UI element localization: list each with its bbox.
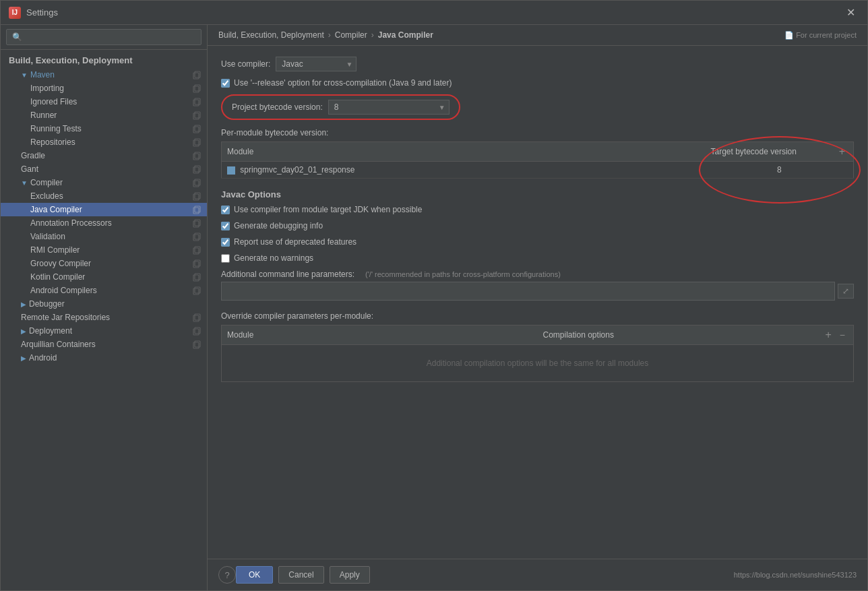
svg-rect-20	[193, 208, 199, 214]
right-panel: Build, Execution, Deployment › Compiler …	[208, 25, 867, 590]
module-table-container: Module Target bytecode version +	[221, 142, 854, 179]
copy-icon	[192, 84, 202, 93]
sidebar-item-excludes[interactable]: Excludes	[1, 189, 207, 203]
remove-override-button[interactable]: −	[837, 329, 848, 341]
svg-rect-11	[195, 139, 200, 145]
target-version-cell: 8	[706, 162, 854, 179]
javac-option-checkbox-4[interactable]	[221, 254, 230, 263]
sidebar-item-label: Validation	[30, 232, 192, 241]
command-line-input[interactable]	[221, 282, 835, 301]
target-col-header: Target bytecode version +	[706, 142, 854, 162]
javac-option-row-4: Generate no warnings	[221, 253, 854, 263]
release-option-checkbox[interactable]	[221, 79, 230, 88]
sidebar-item-remote-jar[interactable]: Remote Jar Repositories	[1, 311, 207, 324]
sidebar-item-debugger[interactable]: ▶ Debugger	[1, 297, 207, 311]
add-override-button[interactable]: +	[822, 329, 834, 341]
sidebar-item-kotlin-compiler[interactable]: Kotlin Compiler	[1, 270, 207, 284]
breadcrumb-part1: Build, Execution, Deployment	[218, 30, 324, 40]
ok-button[interactable]: OK	[236, 566, 273, 584]
sidebar-item-android-compilers[interactable]: Android Compilers	[1, 284, 207, 297]
svg-rect-29	[195, 260, 200, 266]
sidebar-item-java-compiler[interactable]: Java Compiler	[1, 203, 207, 216]
additional-cmd-hint: ('/' recommended in paths for cross-plat…	[365, 270, 561, 278]
sidebar-item-compiler[interactable]: ▼ Compiler	[1, 176, 207, 189]
override-empty-row: Additional compilation options will be t…	[222, 345, 854, 382]
javac-option-checkbox-2[interactable]	[221, 222, 230, 230]
svg-rect-22	[193, 221, 199, 227]
svg-rect-19	[195, 193, 200, 199]
module-table: Module Target bytecode version +	[221, 142, 854, 179]
sidebar-item-arquillian[interactable]: Arquillian Containers	[1, 338, 207, 351]
sidebar-item-ignored-files[interactable]: Ignored Files	[1, 95, 207, 108]
override-table: Module Compilation options + −	[221, 325, 854, 382]
sidebar-item-label: Importing	[30, 84, 192, 93]
svg-rect-39	[195, 341, 200, 347]
svg-rect-2	[193, 86, 199, 92]
sidebar-item-runner[interactable]: Runner	[1, 108, 207, 122]
expand-button[interactable]: ⤢	[838, 284, 854, 299]
svg-rect-13	[195, 152, 200, 158]
sidebar-item-repositories[interactable]: Repositories	[1, 135, 207, 149]
sidebar-item-validation[interactable]: Validation	[1, 230, 207, 243]
override-empty-text: Additional compilation options will be t…	[222, 345, 854, 382]
apply-button[interactable]: Apply	[330, 566, 370, 584]
compiler-dropdown-wrap: Javac Eclipse Ajc Jikes ▼	[276, 57, 356, 71]
sidebar-item-importing[interactable]: Importing	[1, 82, 207, 95]
cancel-button[interactable]: Cancel	[278, 566, 323, 584]
svg-rect-10	[193, 140, 199, 146]
add-module-button[interactable]: +	[836, 146, 848, 158]
copy-icon	[192, 340, 202, 349]
copy-icon	[192, 232, 202, 241]
svg-rect-14	[193, 167, 199, 173]
sidebar-item-gant[interactable]: Gant	[1, 162, 207, 176]
sidebar-item-label: Java Compiler	[30, 205, 192, 214]
copy-icon	[192, 272, 202, 282]
help-button[interactable]: ?	[218, 566, 236, 584]
sidebar-item-label: RMI Compiler	[30, 245, 192, 255]
expand-arrow-compiler: ▼	[21, 179, 28, 187]
per-module-label: Per-module bytecode version:	[221, 128, 854, 137]
svg-rect-0	[193, 73, 199, 79]
sidebar-item-annotation-processors[interactable]: Annotation Processors	[1, 216, 207, 230]
bytecode-select[interactable]: 8 11 17	[328, 100, 450, 115]
svg-rect-5	[195, 98, 200, 104]
sidebar-item-running-tests[interactable]: Running Tests	[1, 122, 207, 135]
action-buttons: OK Cancel Apply	[236, 566, 370, 584]
sidebar-item-groovy-compiler[interactable]: Groovy Compiler	[1, 257, 207, 270]
sidebar-item-rmi-compiler[interactable]: RMI Compiler	[1, 243, 207, 257]
expand-arrow-debugger: ▶	[21, 301, 26, 308]
sidebar-item-label: Excludes	[30, 191, 192, 201]
settings-dialog: IJ Settings ✕ Build, Execution, Deployme…	[0, 0, 868, 591]
sidebar-item-maven[interactable]: ▼ Maven	[1, 68, 207, 82]
module-name-cell: springmvc_day02_01_response	[222, 162, 706, 179]
copy-icon	[192, 137, 202, 147]
sidebar-item-label: Remote Jar Repositories	[21, 313, 192, 322]
svg-rect-1	[195, 71, 200, 77]
bottom-bar: ? OK Cancel Apply https://blog.csdn.net/…	[208, 559, 867, 590]
project-bytecode-label: Project bytecode version:	[232, 102, 323, 112]
copy-icon	[192, 97, 202, 106]
release-option-label: Use '--release' option for cross-compila…	[234, 78, 452, 88]
sidebar-item-label: Maven	[30, 70, 192, 80]
breadcrumb-bar: Build, Execution, Deployment › Compiler …	[208, 25, 867, 46]
bytecode-dropdown-wrap: 8 11 17 ▼	[328, 100, 450, 115]
javac-option-checkbox-1[interactable]	[221, 206, 230, 214]
search-input[interactable]	[6, 29, 202, 45]
sidebar-item-deployment[interactable]: ▶ Deployment	[1, 324, 207, 338]
sidebar-item-label: Runner	[30, 111, 192, 120]
sidebar-item-android[interactable]: ▶ Android	[1, 351, 207, 365]
copy-icon	[192, 151, 202, 160]
compiler-select[interactable]: Javac Eclipse Ajc Jikes	[276, 57, 356, 71]
sidebar-item-gradle[interactable]: Gradle	[1, 149, 207, 162]
bytecode-version-section: Project bytecode version: 8 11 17 ▼	[221, 94, 460, 120]
svg-rect-18	[193, 194, 199, 200]
copy-icon	[192, 245, 202, 255]
javac-option-label-1: Use compiler from module target JDK when…	[234, 205, 422, 214]
javac-option-label-3: Report use of deprecated features	[234, 237, 356, 247]
sidebar-item-label: Gant	[21, 164, 192, 174]
javac-option-checkbox-3[interactable]	[221, 238, 230, 247]
svg-rect-23	[195, 220, 200, 226]
close-button[interactable]: ✕	[842, 5, 859, 20]
svg-rect-16	[193, 181, 199, 187]
svg-rect-21	[195, 206, 200, 212]
